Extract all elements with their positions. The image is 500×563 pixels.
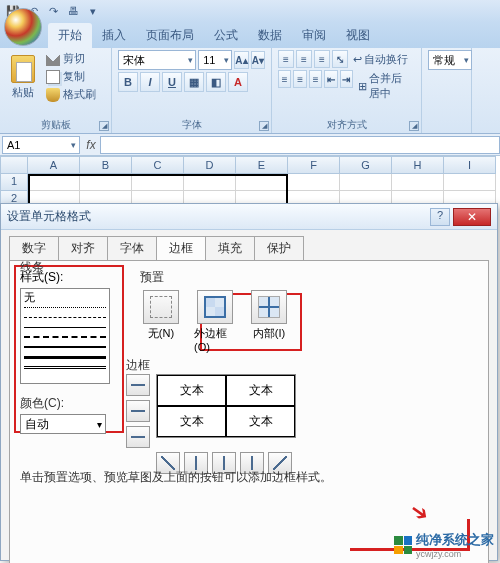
col-header-d[interactable]: D xyxy=(184,156,236,174)
format-painter-button[interactable]: 格式刷 xyxy=(44,86,98,103)
tab-home[interactable]: 开始 xyxy=(48,23,92,48)
indent-inc-button[interactable]: ⇥ xyxy=(340,70,353,88)
align-right-button[interactable]: ≡ xyxy=(309,70,322,88)
font-size-combo[interactable]: 11 xyxy=(198,50,232,70)
line-style-dash[interactable] xyxy=(24,317,106,318)
dlg-tab-font[interactable]: 字体 xyxy=(107,236,157,260)
col-header-f[interactable]: F xyxy=(288,156,340,174)
line-style-none[interactable]: 无 xyxy=(24,292,106,302)
office-button[interactable] xyxy=(4,8,42,46)
underline-button[interactable]: U xyxy=(162,72,182,92)
border-preview[interactable]: 文本 文本 文本 文本 xyxy=(156,374,296,438)
dialog-titlebar[interactable]: 设置单元格格式 ? ✕ xyxy=(1,204,497,230)
wrap-label: 自动换行 xyxy=(364,52,408,67)
align-top-button[interactable]: ≡ xyxy=(278,50,294,68)
cut-button[interactable]: 剪切 xyxy=(44,50,98,67)
merge-icon: ⊞ xyxy=(358,80,367,93)
col-header-c[interactable]: C xyxy=(132,156,184,174)
group-label-align: 对齐方式 xyxy=(272,118,421,132)
dialog-close-button[interactable]: ✕ xyxy=(453,208,491,226)
formula-input[interactable] xyxy=(100,136,500,154)
watermark-url: ycwjzy.com xyxy=(416,549,494,559)
paste-label: 粘贴 xyxy=(12,85,34,100)
select-all-corner[interactable] xyxy=(0,156,28,174)
cell[interactable] xyxy=(184,174,236,191)
preview-cell: 文本 xyxy=(157,375,226,406)
preset-inner-button[interactable] xyxy=(251,290,287,324)
font-dialog-launcher[interactable]: ◢ xyxy=(259,121,269,131)
cell[interactable] xyxy=(80,174,132,191)
col-header-a[interactable]: A xyxy=(28,156,80,174)
grow-font-button[interactable]: A▴ xyxy=(234,51,248,69)
italic-button[interactable]: I xyxy=(140,72,160,92)
line-style-list[interactable]: 无 xyxy=(20,288,110,384)
cell[interactable] xyxy=(340,174,392,191)
merge-center-button[interactable]: ⊞合并后居中 xyxy=(355,70,415,102)
font-color-button[interactable]: A xyxy=(228,72,248,92)
preset-none-button[interactable] xyxy=(143,290,179,324)
align-left-button[interactable]: ≡ xyxy=(278,70,291,88)
dlg-tab-protect[interactable]: 保护 xyxy=(254,236,304,260)
fx-icon[interactable]: fx xyxy=(82,138,100,152)
copy-button[interactable]: 复制 xyxy=(44,68,98,85)
align-middle-button[interactable]: ≡ xyxy=(296,50,312,68)
tab-view[interactable]: 视图 xyxy=(336,23,380,48)
border-button[interactable]: ▦ xyxy=(184,72,204,92)
cell[interactable] xyxy=(236,174,288,191)
qat-print-icon[interactable]: 🖶 xyxy=(64,2,82,20)
row-header-1[interactable]: 1 xyxy=(0,174,28,191)
clipboard-dialog-launcher[interactable]: ◢ xyxy=(99,121,109,131)
tab-insert[interactable]: 插入 xyxy=(92,23,136,48)
dlg-tab-number[interactable]: 数字 xyxy=(9,236,59,260)
orientation-button[interactable]: ⤡ xyxy=(332,50,348,68)
dlg-tab-align[interactable]: 对齐 xyxy=(58,236,108,260)
align-center-button[interactable]: ≡ xyxy=(293,70,306,88)
qat-more-icon[interactable]: ▾ xyxy=(84,2,102,20)
cell[interactable] xyxy=(28,174,80,191)
tab-formulas[interactable]: 公式 xyxy=(204,23,248,48)
wrap-text-button[interactable]: ↩自动换行 xyxy=(350,50,411,68)
preset-outer-label: 外边框(O) xyxy=(194,326,236,353)
border-bottom-button[interactable] xyxy=(126,426,150,448)
preset-section-label: 预置 xyxy=(140,269,290,286)
dlg-tab-fill[interactable]: 填充 xyxy=(205,236,255,260)
group-label-clipboard: 剪贴板 xyxy=(0,118,111,132)
line-style-thin[interactable] xyxy=(24,327,106,328)
preset-outer-button[interactable] xyxy=(197,290,233,324)
indent-dec-button[interactable]: ⇤ xyxy=(324,70,337,88)
tab-data[interactable]: 数据 xyxy=(248,23,292,48)
line-style-thick[interactable] xyxy=(24,346,106,348)
name-box[interactable]: A1 xyxy=(2,136,80,154)
wrap-icon: ↩ xyxy=(353,53,362,66)
align-dialog-launcher[interactable]: ◢ xyxy=(409,121,419,131)
border-color-combo[interactable]: 自动 xyxy=(20,414,106,434)
dlg-tab-border[interactable]: 边框 xyxy=(156,236,206,260)
cell[interactable] xyxy=(392,174,444,191)
cell[interactable] xyxy=(288,174,340,191)
number-format-combo[interactable]: 常规 xyxy=(428,50,472,70)
line-style-dot[interactable] xyxy=(24,307,106,308)
cell[interactable] xyxy=(444,174,496,191)
align-bottom-button[interactable]: ≡ xyxy=(314,50,330,68)
col-header-h[interactable]: H xyxy=(392,156,444,174)
col-header-i[interactable]: I xyxy=(444,156,496,174)
fill-color-button[interactable]: ◧ xyxy=(206,72,226,92)
line-style-dash2[interactable] xyxy=(24,336,106,338)
line-style-double[interactable] xyxy=(24,366,106,369)
shrink-font-button[interactable]: A▾ xyxy=(251,51,265,69)
cell[interactable] xyxy=(132,174,184,191)
tab-page-layout[interactable]: 页面布局 xyxy=(136,23,204,48)
col-header-e[interactable]: E xyxy=(236,156,288,174)
col-header-g[interactable]: G xyxy=(340,156,392,174)
line-style-thick3[interactable] xyxy=(24,356,106,359)
dialog-help-button[interactable]: ? xyxy=(430,208,450,226)
format-cells-dialog: 设置单元格格式 ? ✕ 数字 对齐 字体 边框 填充 保护 线条 样式(S): … xyxy=(0,203,498,561)
col-header-b[interactable]: B xyxy=(80,156,132,174)
tab-review[interactable]: 审阅 xyxy=(292,23,336,48)
border-top-button[interactable] xyxy=(126,374,150,396)
bold-button[interactable]: B xyxy=(118,72,138,92)
paste-button[interactable]: 粘贴 xyxy=(6,50,40,112)
border-hmiddle-button[interactable] xyxy=(126,400,150,422)
qat-redo-icon[interactable]: ↷ xyxy=(44,2,62,20)
font-name-combo[interactable]: 宋体 xyxy=(118,50,196,70)
